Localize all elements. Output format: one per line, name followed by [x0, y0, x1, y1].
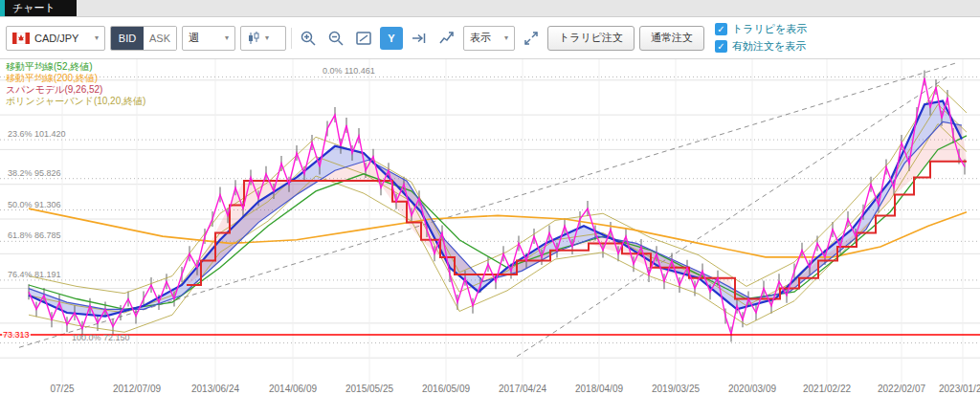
x-axis-label: 2021/02/22	[803, 384, 851, 394]
x-axis-label: 07/25	[50, 384, 74, 394]
fib-level-label: 50.0% 91.306	[8, 200, 61, 209]
x-axis-label: 2012/07/09	[113, 384, 161, 394]
legend-item: ボリンジャーバンド(10,20,終値)	[6, 96, 145, 107]
indicator-legend: 移動平均線(52,終値)移動平均線(200,終値)スパンモデル(9,26,52)…	[6, 61, 145, 107]
display-menu-label: 表示	[470, 31, 500, 45]
toraripi-order-button[interactable]: トラリピ注文	[547, 26, 635, 51]
y-axis-scale-icon[interactable]: Y	[380, 27, 403, 50]
legend-item: 移動平均線(52,終値)	[6, 61, 145, 73]
fit-chart-icon[interactable]	[352, 27, 375, 50]
fib-level-label: 76.4% 81.191	[8, 270, 61, 279]
fib-level-label: 38.2% 95.826	[8, 168, 61, 178]
bid-button[interactable]: BID	[111, 27, 144, 50]
trend-tool-icon[interactable]	[435, 27, 458, 50]
canada-flag-icon	[12, 33, 30, 44]
go-to-latest-icon[interactable]	[408, 27, 431, 50]
bollinger-band-line	[29, 124, 967, 333]
chevron-down-icon: ▾	[504, 33, 508, 42]
toolbar-divider	[291, 28, 292, 49]
bollinger-band-line	[29, 104, 967, 313]
timeframe-select[interactable]: 週 ▾	[182, 26, 235, 51]
chart-canvas[interactable]	[0, 59, 980, 395]
fullscreen-icon[interactable]	[520, 27, 543, 50]
x-axis-label: 2016/05/09	[422, 384, 470, 394]
ask-button[interactable]: ASK	[144, 27, 176, 50]
chevron-down-icon: ▾	[225, 33, 229, 42]
show-toraripi-checkbox[interactable]: ✓ トラリピを表示	[715, 22, 807, 36]
y-axis-glyph: Y	[388, 33, 394, 44]
show-active-orders-checkbox[interactable]: ✓ 有効注文を表示	[715, 39, 807, 54]
checkbox-checked-icon: ✓	[715, 23, 727, 35]
fib-level-label: 23.6% 101.420	[8, 129, 66, 139]
tab-chart[interactable]: チャート	[0, 0, 77, 16]
x-axis-label: 2017/04/24	[499, 384, 546, 394]
chevron-down-icon: ▾	[95, 33, 99, 42]
display-menu-button[interactable]: 表示 ▾	[463, 26, 515, 51]
currency-pair-value: CAD/JPY	[34, 33, 90, 44]
x-axis-label: 2020/03/09	[728, 384, 776, 394]
candlestick-icon	[247, 32, 260, 45]
fib-level-label: 100.0% 72.150	[72, 333, 130, 342]
show-active-orders-label: 有効注文を表示	[732, 39, 806, 54]
tab-chart-label: チャート	[12, 1, 56, 15]
legend-item: スパンモデル(9,26,52)	[6, 84, 145, 96]
timeframe-value: 週	[189, 31, 220, 45]
titlebar: チャート	[0, 0, 980, 17]
x-axis-label: 2014/06/09	[269, 384, 317, 394]
support-price-label: 73.313	[2, 330, 31, 340]
normal-order-button[interactable]: 通常注文	[639, 26, 704, 51]
x-axis-label: 2015/05/25	[345, 384, 393, 394]
bid-ask-toggle: BID ASK	[110, 26, 177, 51]
zoom-in-icon[interactable]	[297, 27, 320, 50]
tab-accent-bar	[0, 0, 5, 16]
chevron-down-icon: ▾	[265, 33, 269, 42]
zoom-out-icon[interactable]	[324, 27, 347, 50]
fib-level-label: 0.0% 110.461	[323, 66, 375, 76]
indicator-line	[29, 136, 967, 310]
checkbox-checked-icon: ✓	[715, 40, 727, 53]
chart-area[interactable]: 移動平均線(52,終値)移動平均線(200,終値)スパンモデル(9,26,52)…	[0, 59, 980, 395]
chart-toolbar: CAD/JPY ▾ BID ASK 週 ▾ ▾ Y 表示 ▾ トラリピ	[0, 17, 980, 59]
chart-type-select[interactable]: ▾	[240, 26, 286, 51]
display-checkboxes: ✓ トラリピを表示 ✓ 有効注文を表示	[715, 22, 807, 54]
x-axis-label: 2023/01/23	[939, 384, 980, 394]
x-axis-label: 2019/03/25	[652, 384, 700, 394]
x-axis-label: 2013/06/24	[191, 384, 239, 394]
show-toraripi-label: トラリピを表示	[732, 22, 807, 36]
x-axis-label: 2018/04/09	[575, 384, 623, 394]
fib-level-label: 61.8% 86.785	[8, 230, 61, 240]
currency-pair-select[interactable]: CAD/JPY ▾	[6, 26, 105, 51]
legend-item: 移動平均線(200,終値)	[6, 73, 145, 84]
x-axis-label: 2022/02/07	[878, 384, 925, 394]
